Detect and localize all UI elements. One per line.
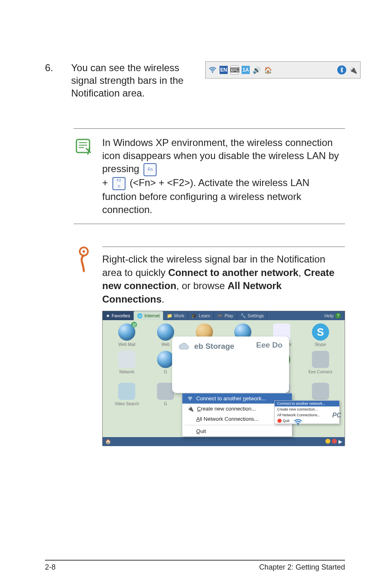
eb-storage-badge: eb Storage Eee Do — [172, 337, 289, 393]
app-icon-web-label: Web — [161, 342, 170, 347]
pc-watermark: PC — [332, 412, 341, 419]
app-icon-eeeconnect-label: Eee Connect — [309, 370, 332, 374]
step-text: You can see the wireless signal strength… — [71, 61, 194, 100]
app-icon-eeeconnect[interactable]: Eee Connect — [305, 351, 336, 379]
step-number: 6. — [45, 61, 60, 100]
app-icon-network-label: Network — [119, 370, 134, 374]
tt-create[interactable]: Create new connection... — [275, 406, 339, 412]
tab-play[interactable]: 🎮 Play — [214, 311, 237, 320]
tip-bold1: Connect to another network — [168, 267, 298, 278]
chevron-right-icon[interactable]: ▶ — [338, 439, 342, 444]
ctx-connect-label: Connect to another network... — [196, 395, 266, 402]
app-icon-skype[interactable]: SSkype — [305, 323, 336, 347]
tab-internet[interactable]: 🌐 Internet — [134, 311, 163, 320]
app-icon-webmail-label: Web Mail — [119, 342, 136, 347]
app-tabbar: ★ Favorites 🌐 Internet 📁 Work 🎓 Learn 🎮 … — [103, 311, 345, 320]
tip-block: Right-click the wireless signal bar in t… — [74, 247, 345, 446]
tt-create-label: Create new connection... — [277, 407, 318, 411]
tt-head[interactable]: Connect to another network... — [275, 401, 339, 406]
tt-all[interactable]: All Network Connections... — [275, 412, 339, 418]
tip-icon — [76, 247, 92, 446]
note-block: In Windows XP environment, the wireless … — [74, 128, 345, 224]
bluetooth-icon — [337, 65, 346, 74]
page-number: 2-8 — [45, 563, 56, 572]
systray-graphic: EN ⌨ 1A 🔊 🏠 🔌 — [205, 61, 361, 79]
tt-head-label: Connect to another network... — [277, 402, 325, 406]
tt-all-label: All Network Connections... — [277, 413, 321, 417]
tab-learn-label: Learn — [199, 313, 210, 318]
tip-comma2: , or browse — [176, 280, 227, 291]
tab-internet-label: Internet — [144, 313, 159, 318]
note-line1b: disappears when you disable the wireless… — [102, 150, 339, 174]
app-icon-videosearch[interactable]: Video Search — [111, 383, 143, 406]
badge-title-text: eb Storage — [194, 342, 234, 351]
volume-icon: 🔊 — [252, 65, 261, 74]
badge-eee-text: Eee Do — [256, 341, 282, 350]
tt-quit-label: Quit — [283, 419, 290, 423]
app-taskbar: 🏠 ▶ — [103, 437, 345, 446]
tab-favorites[interactable]: ★ Favorites — [103, 311, 134, 320]
status-dot-red — [332, 439, 337, 444]
note-line2: (<Fn> + <F2>). Activate the wireless LAN… — [102, 177, 309, 215]
lang-icon: EN — [220, 66, 228, 74]
ime-icon: ⌨ — [230, 65, 239, 74]
step-6-row: 6. You can see the wireless signal stren… — [45, 61, 345, 100]
ctx-all-label: All Network Connections... — [187, 416, 258, 422]
tab-help-label: Help — [324, 313, 334, 318]
app-icon-skype-label: Skype — [315, 342, 326, 347]
app-icon-network[interactable]: Network — [111, 351, 143, 379]
status-dot-yellow — [325, 439, 330, 444]
tip-comma: , — [298, 267, 304, 278]
svg-point-0 — [212, 72, 213, 73]
tip-period: . — [161, 294, 164, 305]
svg-point-3 — [83, 250, 85, 253]
f2-key-icon — [112, 177, 126, 190]
tab-favorites-label: Favorites — [112, 313, 130, 318]
plug-icon: 🔌 — [187, 406, 194, 412]
wifi-icon — [187, 396, 193, 402]
app-screenshot: ★ Favorites 🌐 Internet 📁 Work 🎓 Learn 🎮 … — [102, 311, 345, 446]
tab-work-label: Work — [174, 313, 184, 318]
tab-help[interactable]: Help ? — [321, 311, 345, 320]
note-text: In Windows XP environment, the wireless … — [102, 136, 345, 217]
tab-settings-label: Settings — [248, 313, 264, 318]
chapter-label: Chapter 2: Getting Started — [259, 563, 345, 572]
svg-point-4 — [190, 399, 191, 400]
tt-quit[interactable]: 🛑 Quit — [275, 418, 339, 424]
page-icon: 1A — [242, 66, 250, 74]
svg-point-5 — [297, 424, 298, 425]
app-icon-webmail[interactable]: @Web Mail — [111, 323, 143, 347]
help-icon: ? — [335, 313, 341, 319]
note-icon — [74, 136, 94, 217]
tab-settings[interactable]: 🔧 Settings — [237, 311, 268, 320]
note-plus: + — [102, 177, 111, 188]
tip-text: Right-click the wireless signal bar in t… — [102, 247, 345, 311]
battery-icon: 🔌 — [349, 65, 358, 74]
ctx-quit-label: Quit — [187, 428, 206, 434]
page-footer: 2-8 Chapter 2: Getting Started — [45, 560, 345, 572]
tooltip-menu: Connect to another network... Create new… — [274, 400, 340, 424]
tab-play-label: Play — [224, 313, 233, 318]
app-icon-google2-label: G — [164, 402, 167, 406]
fn-key-icon — [143, 163, 157, 176]
tab-learn[interactable]: 🎓 Learn — [188, 311, 214, 320]
home-icon[interactable]: 🏠 — [103, 439, 114, 444]
cloud-icon — [179, 341, 190, 352]
ctx-create-label: Create new connection... — [197, 406, 256, 412]
house-icon: 🏠 — [264, 65, 273, 74]
wifi-bars-icon[interactable] — [293, 417, 303, 427]
wifi-icon — [208, 65, 217, 74]
tab-work[interactable]: 📁 Work — [164, 311, 188, 320]
app-icon-videosearch-label: Video Search — [114, 402, 139, 406]
ctx-quit[interactable]: Quit — [182, 426, 292, 436]
app-icon-google-label: G — [164, 370, 167, 374]
